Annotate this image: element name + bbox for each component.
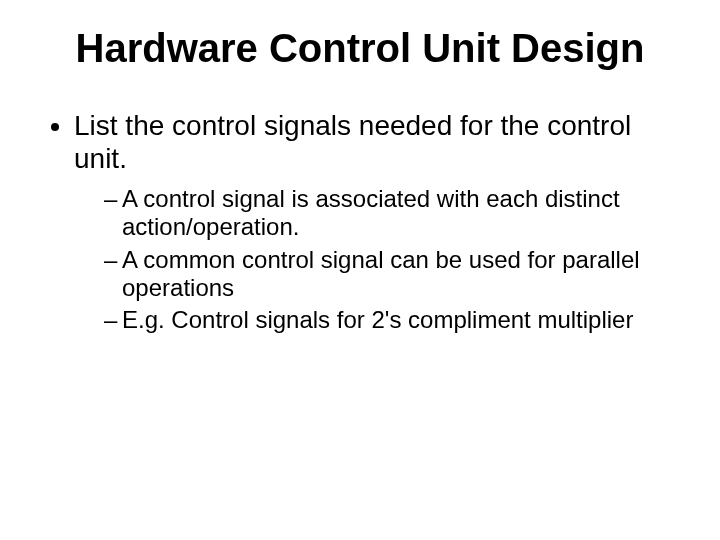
- sub-bullet-text: E.g. Control signals for 2's compliment …: [122, 306, 633, 333]
- sub-bullet-item: A common control signal can be used for …: [104, 246, 672, 303]
- sub-bullet-item: A control signal is associated with each…: [104, 185, 672, 242]
- sub-bullet-text: A common control signal can be used for …: [122, 246, 640, 301]
- bullet-item: List the control signals needed for the …: [74, 109, 672, 335]
- bullet-text: List the control signals needed for the …: [74, 110, 631, 174]
- slide-body: List the control signals needed for the …: [0, 71, 720, 335]
- bullet-list: List the control signals needed for the …: [48, 109, 672, 335]
- sub-bullet-list: A control signal is associated with each…: [74, 185, 672, 335]
- slide-title: Hardware Control Unit Design: [0, 0, 720, 71]
- sub-bullet-text: A control signal is associated with each…: [122, 185, 620, 240]
- slide: Hardware Control Unit Design List the co…: [0, 0, 720, 540]
- sub-bullet-item: E.g. Control signals for 2's compliment …: [104, 306, 672, 334]
